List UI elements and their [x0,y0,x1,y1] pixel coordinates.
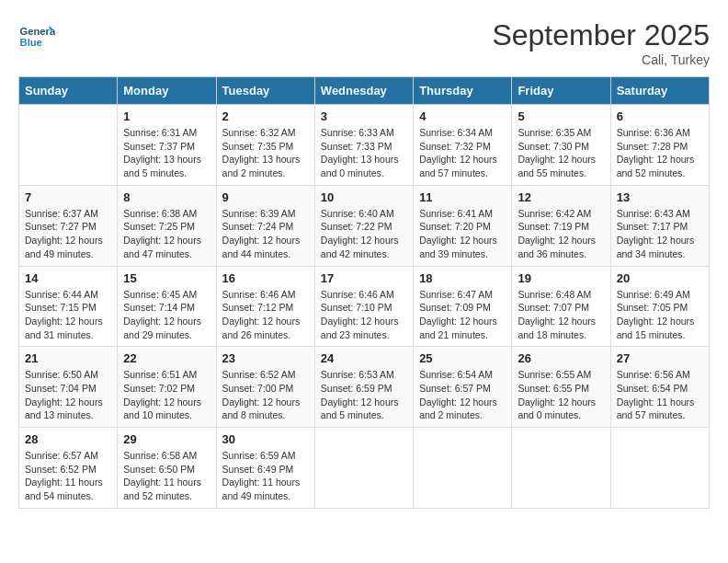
day-info: Sunrise: 6:46 AM Sunset: 7:10 PM Dayligh… [321,288,407,342]
day-info: Sunrise: 6:46 AM Sunset: 7:12 PM Dayligh… [222,288,309,342]
day-number: 29 [123,432,210,446]
calendar-cell: 6Sunrise: 6:36 AM Sunset: 7:28 PM Daylig… [610,105,709,186]
day-info: Sunrise: 6:55 AM Sunset: 6:55 PM Dayligh… [518,368,604,422]
day-number: 17 [321,271,407,285]
day-number: 8 [123,190,210,204]
calendar-cell: 26Sunrise: 6:55 AM Sunset: 6:55 PM Dayli… [512,347,610,428]
header-monday: Monday [118,77,216,105]
calendar-cell: 14Sunrise: 6:44 AM Sunset: 7:15 PM Dayli… [19,266,118,347]
day-info: Sunrise: 6:36 AM Sunset: 7:28 PM Dayligh… [617,126,703,180]
day-info: Sunrise: 6:57 AM Sunset: 6:52 PM Dayligh… [25,449,111,503]
day-number: 16 [222,271,309,285]
calendar-cell: 16Sunrise: 6:46 AM Sunset: 7:12 PM Dayli… [216,266,314,347]
calendar-cell: 24Sunrise: 6:53 AM Sunset: 6:59 PM Dayli… [314,347,413,428]
day-info: Sunrise: 6:31 AM Sunset: 7:37 PM Dayligh… [123,126,210,180]
calendar-cell: 27Sunrise: 6:56 AM Sunset: 6:54 PM Dayli… [610,347,709,428]
day-info: Sunrise: 6:56 AM Sunset: 6:54 PM Dayligh… [617,368,703,422]
calendar-cell: 8Sunrise: 6:38 AM Sunset: 7:25 PM Daylig… [118,185,216,266]
header-wednesday: Wednesday [314,77,413,105]
day-number: 22 [123,351,210,365]
calendar-week-1: 1Sunrise: 6:31 AM Sunset: 7:37 PM Daylig… [19,105,710,186]
calendar-cell: 22Sunrise: 6:51 AM Sunset: 7:02 PM Dayli… [118,347,216,428]
day-info: Sunrise: 6:41 AM Sunset: 7:20 PM Dayligh… [419,207,506,261]
calendar-cell: 9Sunrise: 6:39 AM Sunset: 7:24 PM Daylig… [216,185,314,266]
calendar-body: 1Sunrise: 6:31 AM Sunset: 7:37 PM Daylig… [19,105,710,509]
calendar-cell: 30Sunrise: 6:59 AM Sunset: 6:49 PM Dayli… [216,428,314,509]
calendar-cell: 2Sunrise: 6:32 AM Sunset: 7:35 PM Daylig… [216,105,314,186]
calendar-table: Sunday Monday Tuesday Wednesday Thursday… [18,76,710,509]
logo: General Blue [18,18,59,55]
calendar-cell [414,428,512,509]
calendar-cell: 10Sunrise: 6:40 AM Sunset: 7:22 PM Dayli… [314,185,413,266]
header-sunday: Sunday [19,77,118,105]
day-number: 10 [321,190,407,204]
day-info: Sunrise: 6:51 AM Sunset: 7:02 PM Dayligh… [123,368,210,422]
day-number: 25 [419,351,506,365]
day-number: 21 [25,351,111,365]
day-number: 19 [518,271,604,285]
calendar-cell: 29Sunrise: 6:58 AM Sunset: 6:50 PM Dayli… [118,428,216,509]
calendar-cell: 28Sunrise: 6:57 AM Sunset: 6:52 PM Dayli… [19,428,118,509]
title-area: September 2025 Cali, Turkey [492,18,710,67]
month-title: September 2025 [492,18,710,52]
day-number: 2 [222,109,309,123]
day-number: 28 [25,432,111,446]
calendar-cell: 13Sunrise: 6:43 AM Sunset: 7:17 PM Dayli… [610,185,709,266]
calendar-week-3: 14Sunrise: 6:44 AM Sunset: 7:15 PM Dayli… [19,266,710,347]
header-row: Sunday Monday Tuesday Wednesday Thursday… [19,77,710,105]
calendar-cell [19,105,118,186]
calendar-cell: 1Sunrise: 6:31 AM Sunset: 7:37 PM Daylig… [118,105,216,186]
day-info: Sunrise: 6:53 AM Sunset: 6:59 PM Dayligh… [321,368,407,422]
calendar-week-2: 7Sunrise: 6:37 AM Sunset: 7:27 PM Daylig… [19,185,710,266]
day-info: Sunrise: 6:40 AM Sunset: 7:22 PM Dayligh… [321,207,407,261]
calendar-cell: 23Sunrise: 6:52 AM Sunset: 7:00 PM Dayli… [216,347,314,428]
calendar-cell: 3Sunrise: 6:33 AM Sunset: 7:33 PM Daylig… [314,105,413,186]
location: Cali, Turkey [492,52,710,67]
logo-icon: General Blue [18,18,55,55]
calendar-cell: 17Sunrise: 6:46 AM Sunset: 7:10 PM Dayli… [314,266,413,347]
calendar-cell: 11Sunrise: 6:41 AM Sunset: 7:20 PM Dayli… [414,185,512,266]
day-number: 3 [321,109,407,123]
day-info: Sunrise: 6:43 AM Sunset: 7:17 PM Dayligh… [617,207,703,261]
day-info: Sunrise: 6:50 AM Sunset: 7:04 PM Dayligh… [25,368,111,422]
day-info: Sunrise: 6:58 AM Sunset: 6:50 PM Dayligh… [123,449,210,503]
header-saturday: Saturday [610,77,709,105]
day-info: Sunrise: 6:42 AM Sunset: 7:19 PM Dayligh… [518,207,604,261]
day-info: Sunrise: 6:59 AM Sunset: 6:49 PM Dayligh… [222,449,309,503]
calendar-cell [610,428,709,509]
calendar-cell: 21Sunrise: 6:50 AM Sunset: 7:04 PM Dayli… [19,347,118,428]
day-number: 18 [419,271,506,285]
day-info: Sunrise: 6:54 AM Sunset: 6:57 PM Dayligh… [419,368,506,422]
calendar-cell: 20Sunrise: 6:49 AM Sunset: 7:05 PM Dayli… [610,266,709,347]
calendar-cell [314,428,413,509]
day-number: 15 [123,271,210,285]
day-info: Sunrise: 6:47 AM Sunset: 7:09 PM Dayligh… [419,288,506,342]
day-info: Sunrise: 6:35 AM Sunset: 7:30 PM Dayligh… [518,126,604,180]
day-number: 30 [222,432,309,446]
calendar-cell: 25Sunrise: 6:54 AM Sunset: 6:57 PM Dayli… [414,347,512,428]
calendar-cell [512,428,610,509]
day-number: 12 [518,190,604,204]
day-number: 6 [617,109,703,123]
day-number: 14 [25,271,111,285]
day-number: 11 [419,190,506,204]
calendar-cell: 19Sunrise: 6:48 AM Sunset: 7:07 PM Dayli… [512,266,610,347]
day-info: Sunrise: 6:48 AM Sunset: 7:07 PM Dayligh… [518,288,604,342]
calendar-week-5: 28Sunrise: 6:57 AM Sunset: 6:52 PM Dayli… [19,428,710,509]
calendar-cell: 12Sunrise: 6:42 AM Sunset: 7:19 PM Dayli… [512,185,610,266]
calendar-header: Sunday Monday Tuesday Wednesday Thursday… [19,77,710,105]
day-info: Sunrise: 6:49 AM Sunset: 7:05 PM Dayligh… [617,288,703,342]
day-info: Sunrise: 6:33 AM Sunset: 7:33 PM Dayligh… [321,126,407,180]
day-info: Sunrise: 6:39 AM Sunset: 7:24 PM Dayligh… [222,207,309,261]
day-info: Sunrise: 6:45 AM Sunset: 7:14 PM Dayligh… [123,288,210,342]
day-number: 1 [123,109,210,123]
header-friday: Friday [512,77,610,105]
calendar-cell: 7Sunrise: 6:37 AM Sunset: 7:27 PM Daylig… [19,185,118,266]
day-info: Sunrise: 6:52 AM Sunset: 7:00 PM Dayligh… [222,368,309,422]
calendar-cell: 15Sunrise: 6:45 AM Sunset: 7:14 PM Dayli… [118,266,216,347]
day-info: Sunrise: 6:44 AM Sunset: 7:15 PM Dayligh… [25,288,111,342]
header-thursday: Thursday [414,77,512,105]
calendar-cell: 5Sunrise: 6:35 AM Sunset: 7:30 PM Daylig… [512,105,610,186]
day-info: Sunrise: 6:38 AM Sunset: 7:25 PM Dayligh… [123,207,210,261]
day-number: 27 [617,351,703,365]
